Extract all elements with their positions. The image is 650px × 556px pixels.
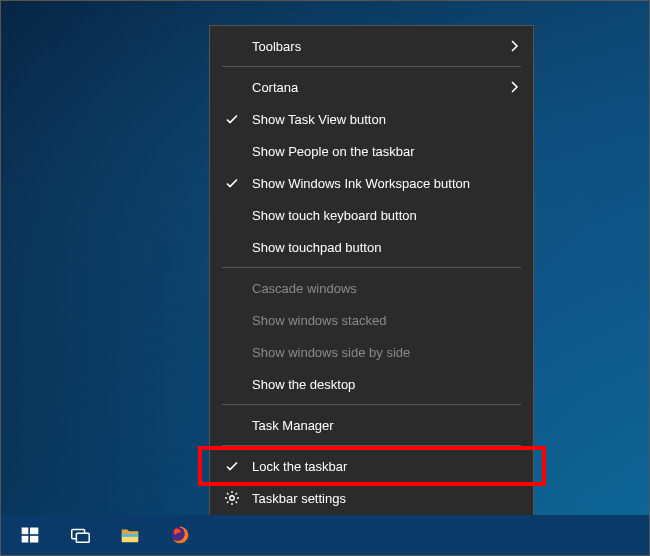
menu-item-show-touch-keyboard-button[interactable]: Show touch keyboard button xyxy=(210,199,533,231)
menu-separator xyxy=(222,66,521,67)
menu-item-label: Show touchpad button xyxy=(252,240,381,255)
svg-rect-129 xyxy=(30,536,38,543)
menu-item-label: Cascade windows xyxy=(252,281,357,296)
firefox-button[interactable] xyxy=(157,515,203,555)
menu-item-show-windows-stacked: Show windows stacked xyxy=(210,304,533,336)
taskbar-context-menu: ToolbarsCortanaShow Task View buttonShow… xyxy=(209,25,534,519)
menu-item-label: Cortana xyxy=(252,80,298,95)
menu-item-label: Task Manager xyxy=(252,418,334,433)
svg-line-122 xyxy=(227,493,228,494)
svg-point-117 xyxy=(230,496,234,500)
svg-rect-127 xyxy=(30,528,38,535)
file-explorer-button[interactable] xyxy=(107,515,153,555)
menu-item-lock-the-taskbar[interactable]: Lock the taskbar xyxy=(210,450,533,482)
menu-item-label: Show windows stacked xyxy=(252,313,386,328)
menu-item-label: Toolbars xyxy=(252,39,301,54)
menu-item-label: Show Windows Ink Workspace button xyxy=(252,176,470,191)
gear-icon xyxy=(224,490,240,506)
menu-item-show-windows-ink-workspace-button[interactable]: Show Windows Ink Workspace button xyxy=(210,167,533,199)
menu-item-show-task-view-button[interactable]: Show Task View button xyxy=(210,103,533,135)
taskbar[interactable] xyxy=(1,515,649,555)
menu-item-show-people-on-the-taskbar[interactable]: Show People on the taskbar xyxy=(210,135,533,167)
menu-item-show-touchpad-button[interactable]: Show touchpad button xyxy=(210,231,533,263)
menu-item-label: Show windows side by side xyxy=(252,345,410,360)
svg-line-125 xyxy=(236,493,237,494)
svg-line-124 xyxy=(227,502,228,503)
menu-item-label: Taskbar settings xyxy=(252,491,346,506)
firefox-icon xyxy=(169,524,191,546)
menu-item-show-the-desktop[interactable]: Show the desktop xyxy=(210,368,533,400)
check-icon xyxy=(224,111,240,127)
chevron-right-icon xyxy=(509,40,521,52)
menu-item-cortana[interactable]: Cortana xyxy=(210,71,533,103)
task-view-icon xyxy=(69,524,91,546)
svg-rect-132 xyxy=(122,534,139,537)
menu-item-label: Show the desktop xyxy=(252,377,355,392)
menu-item-label: Show People on the taskbar xyxy=(252,144,415,159)
menu-item-label: Lock the taskbar xyxy=(252,459,347,474)
svg-rect-128 xyxy=(22,536,29,543)
menu-item-show-windows-side-by-side: Show windows side by side xyxy=(210,336,533,368)
menu-separator xyxy=(222,404,521,405)
svg-line-123 xyxy=(236,502,237,503)
menu-item-cascade-windows: Cascade windows xyxy=(210,272,533,304)
svg-rect-126 xyxy=(22,528,29,535)
chevron-right-icon xyxy=(509,81,521,93)
check-icon xyxy=(224,458,240,474)
menu-item-toolbars[interactable]: Toolbars xyxy=(210,30,533,62)
menu-item-label: Show touch keyboard button xyxy=(252,208,417,223)
folder-icon xyxy=(119,524,141,546)
start-button[interactable] xyxy=(7,515,53,555)
check-icon xyxy=(224,175,240,191)
menu-item-task-manager[interactable]: Task Manager xyxy=(210,409,533,441)
task-view-button[interactable] xyxy=(57,515,103,555)
menu-item-label: Show Task View button xyxy=(252,112,386,127)
svg-rect-131 xyxy=(76,533,89,542)
menu-item-taskbar-settings[interactable]: Taskbar settings xyxy=(210,482,533,514)
windows-logo-icon xyxy=(19,524,41,546)
menu-separator xyxy=(222,445,521,446)
menu-separator xyxy=(222,267,521,268)
